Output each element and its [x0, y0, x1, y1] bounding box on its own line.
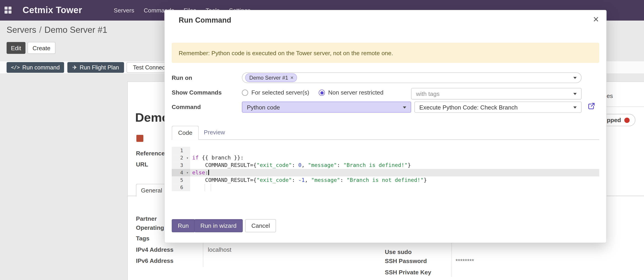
apps-menu-icon[interactable]: [4, 6, 12, 14]
with-tags-placeholder: with tags: [416, 90, 440, 97]
code-line: 4▾else:: [172, 169, 599, 176]
modal-title: Run Command: [178, 16, 231, 25]
breadcrumb-separator: /: [39, 25, 42, 35]
field-label-ssh-password: SSH Password: [385, 258, 427, 264]
field-label-use-sudo: Use sudo: [385, 249, 412, 255]
command-type-select[interactable]: Python code: [242, 101, 411, 113]
tab-general[interactable]: General: [136, 184, 167, 197]
line-number: 1: [172, 147, 190, 154]
warning-alert: Remember: Python code is executed on the…: [172, 43, 599, 63]
code-line-content: COMMAND_RESULT={"exit_code": 0, "message…: [190, 162, 599, 169]
app-brand[interactable]: Cetmix Tower: [22, 0, 82, 21]
line-number: 2▾: [172, 154, 190, 162]
code-line-content: [190, 147, 599, 154]
code-line: 1: [172, 147, 599, 154]
field-label-ssh-private-key: SSH Private Key: [385, 269, 431, 275]
run-flight-plan-label: Run Flight Plan: [80, 64, 119, 71]
field-value-ipv4: localhost: [208, 246, 231, 253]
line-number: 3: [172, 162, 190, 169]
code-line-content: COMMAND_RESULT={"exit_code": -1, "messag…: [190, 176, 599, 184]
status-stopped-dot: [624, 117, 630, 123]
field-label-tags: Tags: [136, 235, 150, 242]
menu-item-servers[interactable]: Servers: [114, 7, 134, 14]
edit-button[interactable]: Edit: [6, 42, 26, 54]
warning-alert-text: Remember: Python code is executed on the…: [178, 50, 393, 56]
chevron-down-icon: [573, 77, 577, 79]
field-label-url: URL: [136, 161, 148, 168]
cancel-button[interactable]: Cancel: [245, 219, 276, 232]
run-in-wizard-button[interactable]: Run in wizard: [194, 219, 242, 232]
show-commands-label: Show Commands: [172, 89, 222, 96]
code-editor[interactable]: 12▾if {{ branch }}:3 COMMAND_RESULT={"ex…: [172, 147, 599, 191]
plane-icon: ✈: [72, 64, 77, 71]
text-cursor: [208, 170, 209, 175]
radio-non-server-restricted-label[interactable]: Non server restricted: [328, 89, 384, 96]
breadcrumb-current: Demo Server #1: [44, 25, 107, 35]
code-line-content: else:: [190, 169, 599, 176]
close-icon[interactable]: ×: [593, 15, 598, 25]
code-line-content: [190, 184, 599, 191]
code-line: 3 COMMAND_RESULT={"exit_code": 0, "messa…: [172, 162, 599, 169]
code-line: 2▾if {{ branch }}:: [172, 154, 599, 162]
external-link-icon[interactable]: [588, 102, 595, 110]
command-record-select[interactable]: Execute Python Code: Check Branch: [414, 101, 582, 113]
command-record-value: Execute Python Code: Check Branch: [419, 104, 518, 110]
run-command-button[interactable]: </> Run command: [6, 62, 64, 73]
breadcrumb-parent[interactable]: Servers: [6, 25, 36, 35]
server-tag-label: Demo Server #1: [249, 75, 288, 81]
code-icon: </>: [11, 64, 20, 70]
chevron-down-icon: [403, 106, 406, 108]
field-label-ipv4: IPv4 Address: [136, 246, 174, 253]
tab-code[interactable]: Code: [172, 126, 199, 140]
fold-toggle-icon[interactable]: ▾: [186, 154, 188, 162]
chevron-down-icon: [573, 93, 577, 95]
chevron-down-icon: [573, 106, 577, 108]
create-button[interactable]: Create: [28, 42, 56, 54]
command-label: Command: [172, 104, 201, 110]
field-value-ssh-password: ********: [456, 258, 474, 264]
command-type-value: Python code: [247, 104, 280, 110]
radio-non-server-restricted[interactable]: [318, 90, 325, 96]
remove-tag-icon[interactable]: ✕: [290, 76, 294, 80]
code-line: 6: [172, 184, 599, 191]
fold-toggle-icon[interactable]: ▾: [186, 169, 188, 176]
run-command-modal: Run Command × Remember: Python code is e…: [164, 10, 607, 243]
field-label-reference: Reference: [136, 150, 165, 157]
clipped-smart-button-text: es: [607, 92, 613, 99]
server-tag-chip: Demo Server #1 ✕: [245, 73, 297, 82]
radio-for-selected-servers-label[interactable]: For selected server(s): [251, 89, 309, 96]
breadcrumb: Servers/Demo Server #1: [6, 25, 107, 35]
tab-preview[interactable]: Preview: [198, 126, 231, 139]
code-line-content: if {{ branch }}:: [190, 154, 599, 162]
line-number: 6: [172, 184, 190, 191]
run-flight-plan-button[interactable]: ✈ Run Flight Plan: [67, 62, 124, 73]
run-on-label: Run on: [172, 74, 192, 81]
code-line: 5 COMMAND_RESULT={"exit_code": -1, "mess…: [172, 176, 599, 184]
run-button[interactable]: Run: [172, 219, 195, 232]
radio-for-selected-servers[interactable]: [242, 90, 248, 96]
field-label-ipv6: IPv6 Address: [136, 257, 174, 264]
line-number: 4▾: [172, 169, 190, 176]
app-canvas: Cetmix Tower Servers Commands Files Tool…: [0, 0, 644, 280]
run-command-label: Run command: [22, 64, 60, 71]
run-on-tags-select[interactable]: Demo Server #1 ✕: [242, 72, 582, 83]
field-label-partner: Partner: [136, 216, 157, 222]
with-tags-select[interactable]: with tags: [411, 88, 582, 99]
color-swatch[interactable]: [136, 135, 144, 142]
tabs-divider: [172, 139, 599, 140]
line-number: 5: [172, 176, 190, 184]
